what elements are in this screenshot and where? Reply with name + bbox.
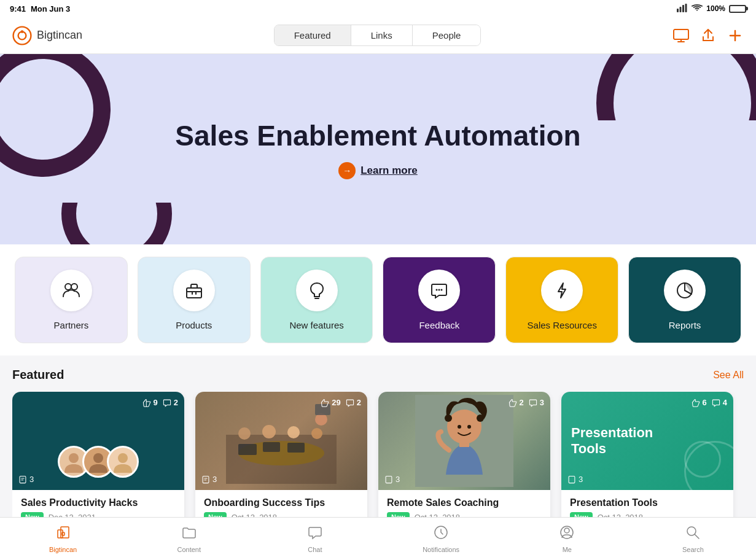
nav-bigtincan-label: Bigtincan [49, 546, 77, 553]
svg-rect-38 [386, 476, 392, 483]
svg-point-15 [69, 453, 79, 463]
sales-resources-label: Sales Resources [528, 320, 597, 330]
sales-resources-icon-wrap [541, 270, 583, 311]
svg-point-16 [93, 453, 103, 463]
svg-point-27 [311, 428, 322, 439]
svg-rect-39 [569, 476, 575, 483]
svg-rect-1 [680, 7, 682, 12]
svg-rect-22 [263, 442, 280, 452]
svg-rect-2 [682, 5, 684, 12]
reports-icon-wrap [664, 270, 706, 311]
card4-files: 3 [567, 475, 583, 484]
svg-rect-18 [20, 476, 26, 483]
reports-label: Reports [669, 320, 701, 330]
nav-bigtincan[interactable]: Bigtincan [0, 525, 126, 553]
monitor-icon[interactable] [672, 27, 690, 44]
nav-content[interactable]: Content [126, 525, 252, 553]
category-reports[interactable]: Reports [628, 257, 741, 343]
nav-search[interactable]: Search [630, 525, 756, 553]
logo-text: Bigtincan [37, 29, 82, 42]
svg-point-33 [447, 410, 481, 444]
card2-likes: 29 [321, 398, 340, 407]
featured-section: Featured See All [0, 356, 756, 535]
card2-comments: 2 [346, 398, 361, 407]
card4-stats: 6 4 [692, 398, 727, 407]
see-all-button[interactable]: See All [713, 370, 744, 381]
home-icon [56, 525, 71, 543]
tab-people[interactable]: People [413, 25, 481, 45]
svg-rect-7 [674, 29, 688, 39]
partners-icon-wrap [50, 270, 92, 311]
hero-title: Sales Enablement Automation [175, 119, 580, 152]
svg-rect-23 [287, 443, 305, 453]
tab-featured[interactable]: Featured [275, 25, 351, 45]
categories-row: Partners Products New features [0, 244, 756, 356]
featured-title: Featured [12, 368, 64, 382]
products-icon-wrap [173, 270, 215, 311]
products-label: Products [176, 320, 212, 330]
card1-stats: 9 2 [142, 398, 178, 407]
feat-card-remote-coaching[interactable]: 2 3 3 Remote Sales Coaching New Oct 12, … [378, 392, 550, 529]
new-features-label: New features [289, 320, 343, 330]
time: 9:41 [10, 4, 26, 14]
person-illustration [415, 395, 513, 487]
folder-icon [182, 525, 197, 543]
add-icon[interactable] [727, 27, 744, 44]
nav-tabs: Featured Links People [274, 25, 481, 46]
featured-header: Featured See All [12, 368, 744, 382]
feat-card-presentation-tools[interactable]: PresentationTools 6 4 3 [561, 392, 733, 529]
svg-point-34 [445, 414, 452, 422]
svg-rect-0 [677, 9, 679, 12]
svg-point-26 [287, 426, 300, 438]
svg-point-11 [436, 289, 438, 291]
svg-point-17 [118, 453, 128, 463]
svg-point-25 [262, 425, 276, 438]
svg-point-8 [65, 284, 71, 290]
svg-rect-3 [685, 4, 687, 12]
bigtincan-logo-icon [12, 26, 32, 45]
svg-point-36 [458, 425, 461, 429]
pie-chart-icon [675, 281, 695, 300]
svg-point-24 [238, 427, 251, 440]
nav-notifications[interactable]: Notifications [378, 525, 504, 553]
card3-files: 3 [384, 475, 400, 484]
learn-more-button[interactable]: → Learn more [338, 162, 418, 179]
logo: Bigtincan [12, 26, 82, 45]
share-icon[interactable] [699, 27, 717, 44]
category-new-features[interactable]: New features [260, 257, 373, 343]
category-feedback[interactable]: Feedback [383, 257, 496, 343]
category-sales-resources[interactable]: Sales Resources [505, 257, 618, 343]
card4-comments: 4 [712, 398, 727, 407]
people-icon [61, 281, 81, 300]
nav-chat[interactable]: Chat [252, 525, 378, 553]
category-products[interactable]: Products [138, 257, 251, 343]
feat-card-onboarding[interactable]: 29 2 3 Onboarding Success Tips New Oct 1… [195, 392, 367, 529]
learn-more-label: Learn more [360, 165, 418, 177]
svg-rect-21 [238, 444, 257, 455]
nav-me[interactable]: Me [504, 525, 630, 553]
hero-decor-1 [0, 54, 130, 196]
card1-files: 3 [18, 475, 34, 484]
lightbulb-icon [307, 281, 327, 300]
status-bar: 9:41 Mon Jun 3 100% [0, 0, 756, 17]
feat-card-sales-productivity[interactable]: 9 2 3 Sales Productivity Hacks New Dec 1… [12, 392, 184, 529]
nav-search-label: Search [682, 546, 704, 553]
bottom-nav: Bigtincan Content Chat Notifications [0, 517, 756, 560]
day: Mon Jun 3 [31, 4, 70, 14]
card3-title: Remote Sales Coaching [387, 497, 542, 508]
chat-icon [429, 281, 449, 300]
meeting-illustration [226, 398, 337, 484]
partners-label: Partners [54, 320, 89, 330]
card1-comments: 2 [163, 398, 178, 407]
nav-content-label: Content [177, 546, 201, 553]
card2-stats: 29 2 [321, 398, 361, 407]
tab-links[interactable]: Links [351, 25, 413, 45]
category-partners[interactable]: Partners [15, 257, 128, 343]
card1-likes: 9 [142, 398, 158, 407]
header: Bigtincan Featured Links People [0, 17, 756, 54]
card1-title: Sales Productivity Hacks [21, 497, 176, 508]
header-actions [672, 27, 744, 44]
battery-icon [729, 5, 746, 13]
bolt-icon [552, 281, 572, 300]
card2-files: 3 [201, 475, 217, 484]
